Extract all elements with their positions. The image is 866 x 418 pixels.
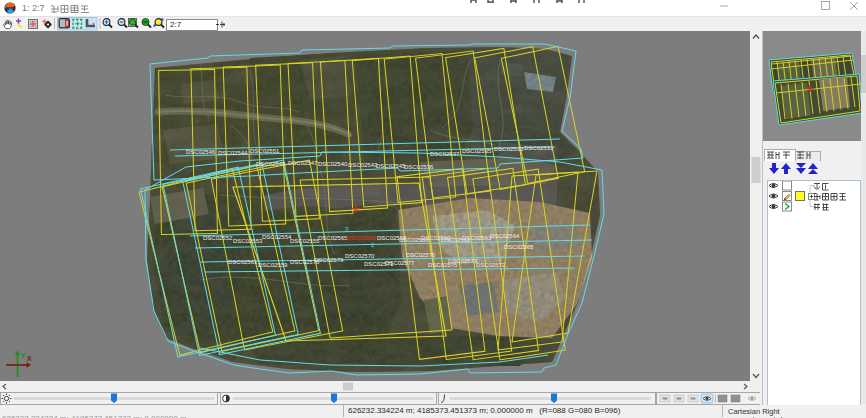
svg-text:DSC02566: DSC02566 [346,235,376,241]
svg-text:DSC02577: DSC02577 [385,260,415,266]
svg-text:DSC02572: DSC02572 [476,262,506,268]
svg-text:DSC02564: DSC02564 [490,233,520,239]
svg-text:DSC02565: DSC02565 [504,244,534,250]
svg-text:DSC02579: DSC02579 [314,257,344,263]
svg-text:DSC02573: DSC02573 [448,258,478,264]
svg-text:X: X [27,355,32,362]
svg-text:DSC02543: DSC02543 [348,162,378,168]
svg-text:DSC02551: DSC02551 [250,148,280,154]
svg-text:DSC02545: DSC02545 [376,163,406,169]
svg-text:DSC02536: DSC02536 [404,164,434,170]
svg-text:DSC02540: DSC02540 [318,161,348,167]
svg-text:DSC02576: DSC02576 [406,252,436,258]
svg-text:DSC02559: DSC02559 [258,262,288,268]
svg-text:DSC02549: DSC02549 [256,161,286,167]
svg-text:DSC02565: DSC02565 [318,235,348,241]
svg-text:DSC02544: DSC02544 [218,150,248,156]
svg-text:Y: Y [21,352,26,359]
svg-text:DSC02552: DSC02552 [203,235,233,241]
svg-text:DSC02546: DSC02546 [186,149,216,155]
svg-text:DSC02570: DSC02570 [345,253,375,259]
svg-text:DSC02563: DSC02563 [462,235,492,241]
svg-text:DSC02547: DSC02547 [288,160,318,166]
svg-text:DSC02535: DSC02535 [462,148,492,154]
svg-text:DSC02531: DSC02531 [524,145,554,151]
svg-text:DSC02554: DSC02554 [262,234,292,240]
svg-text:DSC02533: DSC02533 [494,146,524,152]
svg-text:DSC02561: DSC02561 [228,259,258,265]
svg-text:DSC02555: DSC02555 [290,238,320,244]
svg-text:DSC02553: DSC02553 [233,238,263,244]
svg-text:DSC02537: DSC02537 [430,151,460,157]
